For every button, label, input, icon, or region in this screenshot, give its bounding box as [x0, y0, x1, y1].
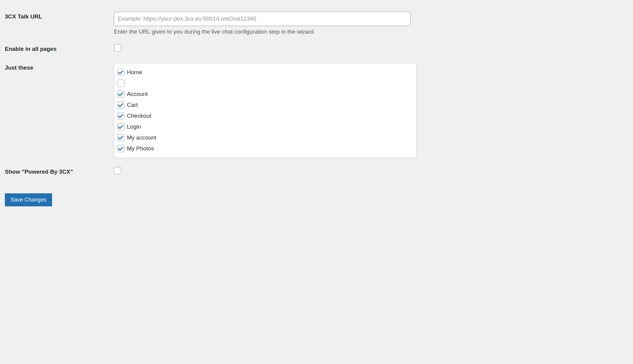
just-these-label: Just these — [5, 58, 111, 162]
page-checkbox[interactable] — [117, 90, 124, 98]
page-checkbox[interactable] — [117, 112, 124, 120]
page-item-label: Cart — [127, 102, 138, 108]
page-item — [117, 78, 413, 89]
page-checkbox[interactable] — [117, 69, 124, 76]
page-item-label: Account — [127, 91, 148, 97]
page-item-label: Checkout — [127, 113, 151, 119]
powered-by-label: Show "Powered By 3CX" — [5, 162, 111, 181]
settings-form-table: 3CX Talk URL Enter the URL given to you … — [5, 7, 628, 181]
page-item: Login — [117, 121, 413, 132]
talk-url-input[interactable] — [114, 12, 411, 26]
enable-all-label: Enable in all pages — [5, 40, 111, 58]
page-item-label: My Photos — [127, 145, 154, 152]
page-item-label: Login — [127, 123, 141, 130]
page-item-label: Home — [127, 69, 142, 76]
page-checkbox[interactable] — [117, 145, 124, 152]
enable-all-checkbox[interactable] — [114, 44, 121, 51]
powered-by-checkbox[interactable] — [114, 167, 121, 174]
pages-select-box: HomeAccountCartCheckoutLoginMy accountMy… — [114, 63, 417, 158]
page-checkbox[interactable] — [117, 101, 124, 109]
page-item: My Photos — [117, 143, 413, 154]
page-checkbox[interactable] — [117, 80, 124, 87]
talk-url-description: Enter the URL given to you during the li… — [114, 28, 625, 35]
save-changes-button[interactable]: Save Changes — [5, 193, 52, 206]
page-item: Cart — [117, 100, 413, 110]
page-checkbox[interactable] — [117, 134, 124, 141]
page-item-label: My account — [127, 134, 156, 141]
talk-url-label: 3CX Talk URL — [5, 7, 111, 40]
page-checkbox[interactable] — [117, 123, 124, 130]
page-item: Home — [117, 67, 413, 78]
page-item: My account — [117, 132, 413, 143]
page-item: Checkout — [117, 110, 413, 121]
page-item: Account — [117, 89, 413, 100]
